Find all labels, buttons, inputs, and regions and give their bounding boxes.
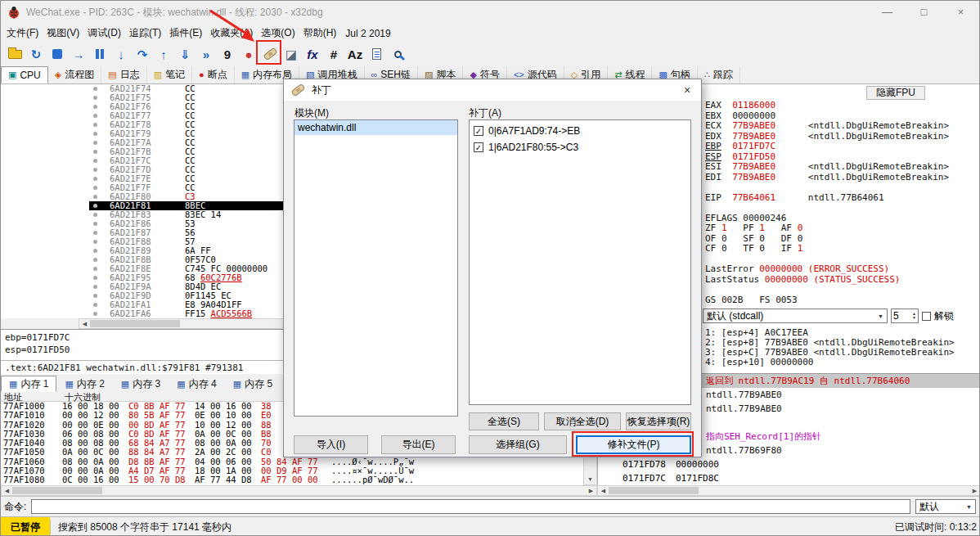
breakpoint-icon: ● <box>245 48 252 61</box>
dialog-close-button[interactable]: × <box>673 79 701 101</box>
dialog-titlebar[interactable]: 补丁 × <box>284 79 701 101</box>
export-button[interactable]: 导出(E) <box>381 435 456 454</box>
calling-convention-combo[interactable]: 默认 (stdcall) ▼ <box>703 309 888 323</box>
register-line[interactable]: CF 0 TF 0 IF 1 <box>705 244 949 254</box>
memory-tab-5-label: 内存 5 <box>245 377 272 391</box>
scroll-thumb[interactable] <box>609 487 699 494</box>
close-button[interactable]: × <box>942 1 979 24</box>
unlock-checkbox[interactable]: 解锁 <box>922 309 954 323</box>
register-line[interactable]: LastStatus 00000000 (STATUS_SUCCESS) <box>705 275 949 286</box>
stack-comment: ntdll.77B9ABE0 <box>706 402 782 416</box>
tab-memory-map-icon: ▦ <box>241 70 249 79</box>
memory-tab-3[interactable]: ▦内存 3 <box>113 376 169 392</box>
tab-log[interactable]: ▤日志 <box>101 66 146 83</box>
step-over-button[interactable]: ↷ <box>132 44 153 64</box>
minimize-button[interactable]: — <box>869 1 906 24</box>
modules-list[interactable]: wechatwin.dll <box>294 119 458 417</box>
spinner-arrows-icon[interactable]: ▲▼ <box>912 312 916 320</box>
tab-notes[interactable]: ▥笔记 <box>147 66 192 83</box>
tab-cpu[interactable]: ▣CPU <box>1 66 48 83</box>
step-out-button[interactable]: ↑ <box>153 44 174 64</box>
breakpoint-dot <box>93 96 97 100</box>
dump-bytes: AF 77 44 D8 <box>195 475 252 484</box>
command-profile-combo[interactable]: 默认 ▼ <box>915 499 976 514</box>
strings-button[interactable]: Az <box>344 44 366 64</box>
dump-horizontal-scrollbar[interactable]: ◀ ▶ <box>1 485 597 496</box>
memory-tab-1[interactable]: ▦内存 1 <box>1 376 56 392</box>
tab-trace[interactable]: ∴跟踪 <box>698 66 740 83</box>
window-title: WeChat.exe - PID: 263C - 模块: wechatwin.d… <box>26 6 323 20</box>
checkbox-icon[interactable] <box>922 312 931 321</box>
select-group-button[interactable]: 选择组(G) <box>469 435 567 454</box>
patch-item[interactable]: ✓1|6AD21F80:55->C3 <box>470 139 690 155</box>
disasm-bytes: FF15 ACD5566B <box>185 309 252 318</box>
patches-list[interactable]: ✓0|6A7F1AD9:74->EB✓1|6AD21F80:55->C3 <box>469 119 691 405</box>
run-icon: → <box>73 48 85 61</box>
spy-button[interactable] <box>387 44 408 64</box>
scroll-thumb[interactable] <box>90 320 180 327</box>
menu-debug[interactable]: 调试(D) <box>83 25 125 42</box>
patch-item[interactable]: ✓0|6A7F1AD9:74->EB <box>470 123 690 139</box>
patch-checkbox[interactable]: ✓ <box>474 126 483 136</box>
comment-button[interactable]: ◪ <box>281 44 302 64</box>
skip-button[interactable]: » <box>196 44 217 64</box>
register-line[interactable]: GS 002B FS 0053 <box>705 295 949 306</box>
register-line[interactable]: EDI 77B9ABE0 <ntdll.DbgUiRemoteBreakin> <box>705 173 949 183</box>
hide-fpu-button[interactable]: 隐藏FPU <box>866 86 925 100</box>
register-line[interactable]: EIP 77B64061 ntdll.77B64061 <box>705 193 949 204</box>
import-button[interactable]: 导入(I) <box>294 435 368 454</box>
module-item[interactable]: wechatwin.dll <box>294 120 457 135</box>
run-until-return-icon: ⇓ <box>180 48 191 61</box>
label-button[interactable]: # <box>323 44 344 64</box>
deselect-all-button[interactable]: 取消全选(D) <box>544 412 621 430</box>
tab-graph[interactable]: ◈流程图 <box>48 66 101 83</box>
step-into-button[interactable]: ↓ <box>110 44 132 64</box>
stop-button[interactable] <box>47 44 68 64</box>
patch-checkbox[interactable]: ✓ <box>474 142 483 152</box>
breakpoint-dot <box>93 105 97 109</box>
scroll-left-icon[interactable]: ◀ <box>79 319 90 328</box>
scroll-down-icon[interactable]: ▼ <box>584 475 596 484</box>
scroll-left-icon[interactable]: ◀ <box>598 486 609 495</box>
scroll-thumb[interactable] <box>12 487 102 494</box>
assemble-button[interactable]: fx <box>302 44 323 64</box>
menu-file[interactable]: 文件(F) <box>2 25 43 42</box>
scroll-left-icon[interactable]: ◀ <box>2 486 12 495</box>
breakpoint-button[interactable]: ● <box>238 44 259 64</box>
tab-breakpoints[interactable]: ●断点 <box>192 66 235 83</box>
memory-tab-4[interactable]: ▦内存 4 <box>169 376 224 392</box>
report-button[interactable] <box>366 44 387 64</box>
tab-log-icon: ▤ <box>108 70 116 79</box>
argument-count-value: 5 <box>893 310 899 322</box>
memory-tab-5[interactable]: ▦内存 5 <box>225 376 281 392</box>
scroll-right-icon[interactable]: ▶ <box>969 486 980 495</box>
stack-row[interactable]: 0171FD7C0171FD8C <box>598 471 980 485</box>
command-input[interactable] <box>31 499 910 514</box>
dump-row[interactable]: 77AF10800C 00 16 0015 00 70 D8AF 77 44 D… <box>1 475 583 484</box>
restore-selection-button[interactable]: 恢复选择项(R) <box>626 412 691 430</box>
menu-favourites[interactable]: 收藏夹(A) <box>206 25 257 42</box>
run-button[interactable]: → <box>68 44 89 64</box>
stack-value: 00000000 <box>676 457 719 471</box>
menu-help[interactable]: 帮助(H) <box>299 25 341 42</box>
run-until-return-button[interactable]: ⇓ <box>174 44 196 64</box>
menu-trace[interactable]: 追踪(T) <box>125 25 165 42</box>
trace-button[interactable]: 9 <box>217 44 238 64</box>
stack-horizontal-scrollbar[interactable]: ◀ ▶ <box>597 485 980 496</box>
memory-grid-icon: ▦ <box>233 380 241 389</box>
dump-bytes: 0E 00 10 00 <box>195 411 252 420</box>
scroll-right-icon[interactable]: ▶ <box>586 486 596 495</box>
menu-view[interactable]: 视图(V) <box>43 25 83 42</box>
menu-plugins[interactable]: 插件(E) <box>165 25 206 42</box>
select-all-button[interactable]: 全选(S) <box>469 412 539 430</box>
stack-row[interactable]: 0171FD7800000000 <box>598 457 980 471</box>
menu-options[interactable]: 选项(O) <box>257 25 299 42</box>
argument-count-spinner[interactable]: 5 ▲▼ <box>891 309 919 323</box>
memory-tab-2[interactable]: ▦内存 2 <box>56 376 112 392</box>
patch-file-button[interactable]: 修补文件(P) <box>576 435 691 454</box>
restart-button[interactable]: ↻ <box>25 44 47 64</box>
patch-button[interactable] <box>259 44 281 64</box>
open-file-button[interactable] <box>4 44 25 64</box>
pause-button[interactable] <box>89 44 110 64</box>
maximize-button[interactable]: □ <box>906 1 942 24</box>
